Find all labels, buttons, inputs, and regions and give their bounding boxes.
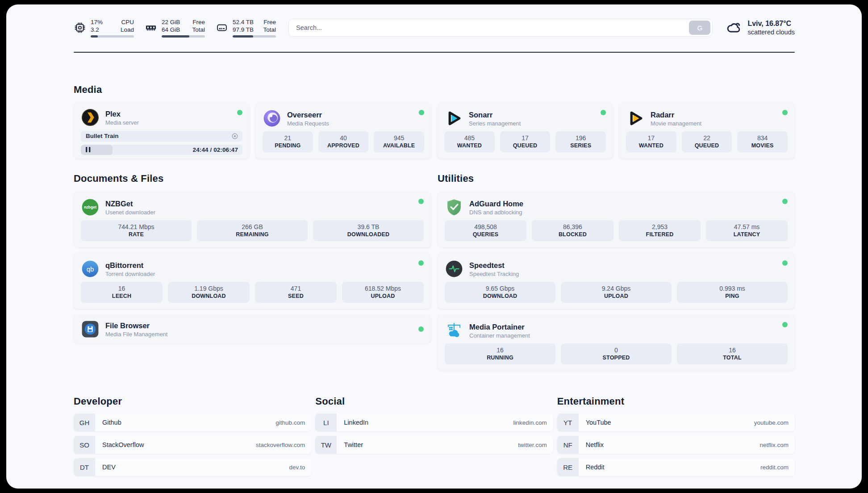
cpu-icon <box>74 21 86 34</box>
bookmark-netflix[interactable]: NF Netflix netflix.com <box>557 436 795 454</box>
cast-icon[interactable] <box>231 133 238 140</box>
app-card-sonarr[interactable]: Sonarr Series management 485WANTED 17QUE… <box>437 103 613 159</box>
app-card-radarr[interactable]: Radarr Movie management 17WANTED 22QUEUE… <box>619 103 795 159</box>
stat-pill: 618.52 MbpsUPLOAD <box>342 282 424 303</box>
bookmark-stackoverflow[interactable]: SO StackOverflow stackoverflow.com <box>74 436 311 454</box>
stat-pill: 9.24 GbpsUPLOAD <box>561 282 672 303</box>
bookmark-twitter[interactable]: TW Twitter twitter.com <box>315 436 553 454</box>
app-subtitle: Movie management <box>651 120 701 127</box>
storage-free-value: 52.4 TB <box>233 18 254 26</box>
status-dot <box>782 322 788 327</box>
bookmark-abbr: GH <box>74 414 95 431</box>
status-dot <box>237 110 242 115</box>
app-title: Media Portainer <box>469 322 530 331</box>
bookmark-reddit[interactable]: RE Reddit reddit.com <box>557 458 795 476</box>
memory-free-value: 22 GiB <box>162 18 180 26</box>
bookmark-url: dev.to <box>289 464 305 471</box>
app-subtitle: Media Requests <box>287 120 329 127</box>
playback-time: 24:44 / 02:06:47 <box>193 146 242 153</box>
status-dot <box>782 110 788 115</box>
bookmark-abbr: NF <box>557 436 579 454</box>
app-subtitle: DNS and adblocking <box>469 209 523 216</box>
app-card-qbittorrent[interactable]: qb qBittorrent Torrent downloader 16LEEC… <box>74 253 431 309</box>
pause-button[interactable] <box>81 147 91 152</box>
bookmark-abbr: DT <box>74 458 95 476</box>
bookmark-github[interactable]: GH Github github.com <box>74 414 311 431</box>
app-card-adguard[interactable]: AdGuard Home DNS and adblocking 498,508Q… <box>438 192 795 247</box>
app-title: Sonarr <box>469 110 521 119</box>
storage-total-value: 97.9 TB <box>233 26 254 33</box>
bookmark-url: stackoverflow.com <box>256 442 305 448</box>
stat-pill: 86,396BLOCKED <box>532 220 613 241</box>
weather-widget: Lviv, 16.87°C scattered clouds <box>726 19 795 37</box>
app-title: File Browser <box>105 321 167 330</box>
stat-pill: 485WANTED <box>444 131 495 152</box>
stat-pill: 39.6 TBDOWNLOADED <box>313 220 424 241</box>
search-input[interactable] <box>289 24 689 31</box>
dashboard-panel: 17% 3.2 CPU Load <box>6 4 862 489</box>
bookmark-linkedin[interactable]: LI LinkedIn linkedin.com <box>315 414 553 431</box>
section-title-utilities: Utilities <box>438 173 795 184</box>
bookmark-name: Netflix <box>586 441 604 448</box>
app-subtitle: Usenet downloader <box>105 209 155 216</box>
memory-total-label: Total <box>192 26 205 33</box>
stat-pill: 0STOPPED <box>561 343 672 364</box>
status-dot <box>419 110 424 115</box>
stat-pill: 0.993 msPING <box>677 282 788 303</box>
app-subtitle: Torrent downloader <box>105 271 155 277</box>
cpu-progress-track <box>91 35 134 38</box>
app-card-overseerr[interactable]: Overseerr Media Requests 21PENDING 40APP… <box>255 103 431 159</box>
stat-pill: 834MOVIES <box>737 131 788 152</box>
system-stats: 17% 3.2 CPU Load <box>74 18 276 38</box>
bookmark-url: linkedin.com <box>513 419 547 426</box>
bookmark-name: StackOverflow <box>102 441 144 448</box>
nzbget-icon: nzbget <box>81 198 100 217</box>
app-card-speedtest[interactable]: Speedtest Speedtest Tracking 9.65 GbpsDO… <box>438 253 795 309</box>
bookmark-dev[interactable]: DT DEV dev.to <box>74 458 311 476</box>
plex-icon <box>81 108 100 127</box>
stat-pill: 16TOTAL <box>677 343 788 364</box>
stat-pill: 16RUNNING <box>445 343 555 364</box>
storage-free-label: Free <box>263 18 276 26</box>
app-subtitle: Speedtest Tracking <box>469 271 519 277</box>
status-dot <box>418 199 424 204</box>
now-playing-title: Bullet Train <box>86 133 119 139</box>
app-subtitle: Media File Management <box>105 331 167 338</box>
storage-stat: 52.4 TB 97.9 TB Free Total <box>216 18 276 38</box>
stat-pill: 17WANTED <box>626 131 676 152</box>
app-card-nzbget[interactable]: nzbget NZBGet Usenet downloader 744.21 M… <box>74 192 431 247</box>
app-title: Overseerr <box>287 110 329 119</box>
top-bar: 17% 3.2 CPU Load <box>74 18 795 38</box>
playback-progress: 24:44 / 02:06:47 <box>81 145 242 155</box>
weather-location-temp: Lviv, 16.87°C <box>747 19 795 28</box>
search-engine-button[interactable]: G <box>689 21 710 35</box>
qbittorrent-icon: qb <box>81 259 100 278</box>
stat-pill: 266 GBREMAINING <box>197 220 308 241</box>
memory-progress-fill <box>162 35 189 38</box>
svg-text:qb: qb <box>87 266 94 273</box>
app-card-filebrowser[interactable]: File Browser Media File Management <box>74 315 431 343</box>
memory-free-label: Free <box>192 18 205 26</box>
stat-pill: 40APPROVED <box>318 131 369 152</box>
section-title-entertainment: Entertainment <box>557 396 795 407</box>
speedtest-icon <box>445 259 463 278</box>
status-dot <box>601 110 606 115</box>
bookmark-youtube[interactable]: YT YouTube youtube.com <box>557 414 795 431</box>
app-title: Radarr <box>651 110 701 119</box>
stat-pill: 2,953FILTERED <box>619 220 701 241</box>
app-card-plex[interactable]: Plex Media server Bullet Train <box>74 103 250 159</box>
storage-progress-track <box>233 35 276 38</box>
stat-pill: 744.21 MbpsRATE <box>81 220 192 241</box>
section-title-developer: Developer <box>74 396 311 407</box>
memory-total-value: 64 GiB <box>162 26 180 33</box>
cpu-label: CPU <box>121 18 134 26</box>
app-card-portainer[interactable]: Media Portainer Container management 16R… <box>438 315 795 371</box>
cloud-icon <box>726 20 742 36</box>
cpu-progress-fill <box>91 35 98 38</box>
status-dot <box>418 326 424 332</box>
bookmark-url: reddit.com <box>760 464 789 471</box>
bookmark-abbr: TW <box>315 436 337 454</box>
stat-pill: 1.19 GbpsDOWNLOAD <box>168 282 250 303</box>
status-dot <box>418 260 424 266</box>
app-title: Speedtest <box>469 261 519 270</box>
